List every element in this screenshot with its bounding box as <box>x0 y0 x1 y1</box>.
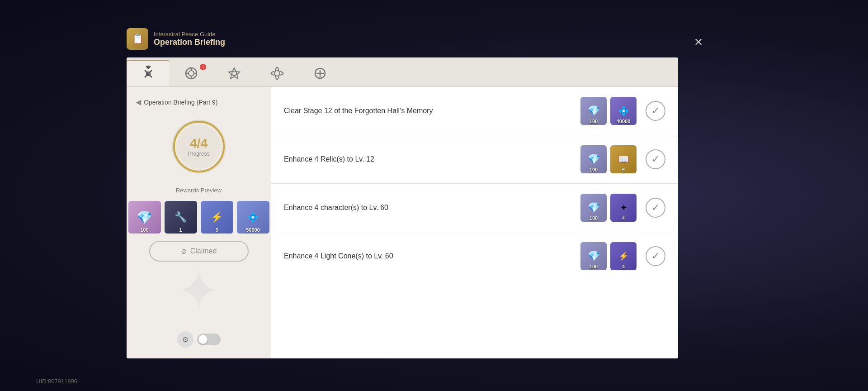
task-reward-4-1: 💎 100 <box>580 242 607 270</box>
task-reward-3-1: 💎 100 <box>580 194 607 222</box>
task-text-3: Enhance 4 character(s) to Lv. 60 <box>284 203 571 213</box>
panel-body: ◀ Operation Briefing (Part 9) <box>127 87 678 358</box>
task-text-2: Enhance 4 Relic(s) to Lv. 12 <box>284 154 571 164</box>
task-reward-2-2: 📖 6 <box>610 145 637 173</box>
task-reward-icon-1-2: 💠 <box>618 105 629 116</box>
tab-3[interactable] <box>212 60 255 86</box>
task-reward-icon-2-2: 📖 <box>618 154 629 165</box>
toggle-knob <box>198 335 208 344</box>
title-bar: 📋 Interastral Peace Guide Operation Brie… <box>127 28 225 50</box>
task-reward-2-1: 💎 100 <box>580 145 607 173</box>
tab-1[interactable] <box>127 60 170 86</box>
task-reward-icon-3-2: ✦ <box>620 203 627 213</box>
svg-point-11 <box>274 71 280 76</box>
task-reward-count-4-2: 4 <box>610 264 637 269</box>
task-check-4: ✓ <box>646 246 665 266</box>
progress-circle: 4/4 Progress <box>170 117 228 176</box>
task-reward-4-2: ⚡ 4 <box>610 242 637 270</box>
rewards-preview-label: Rewards Preview <box>176 187 222 194</box>
task-rewards-2: 💎 100 📖 6 <box>580 145 637 173</box>
toggle-switch[interactable] <box>197 334 221 345</box>
back-arrow-icon: ◀ <box>136 98 141 106</box>
reward-item-3: ⚡ 5 <box>201 201 233 234</box>
reward-count-4: 50000 <box>237 227 269 233</box>
task-reward-icon-3-1: 💎 <box>588 202 600 214</box>
toggle-icon: ⚙ <box>177 331 193 348</box>
task-reward-icon-2-1: 💎 <box>588 153 600 165</box>
tab-2[interactable]: 1 <box>170 60 212 86</box>
task-reward-icon-4-2: ⚡ <box>618 251 628 261</box>
task-check-3: ✓ <box>646 198 665 218</box>
claimed-button[interactable]: ⊘ Claimed <box>149 241 249 262</box>
task-reward-count-1-2: 40000 <box>610 119 637 124</box>
close-button[interactable]: × <box>687 30 710 53</box>
task-reward-count-4-1: 100 <box>580 264 607 269</box>
task-reward-count-1-1: 100 <box>580 119 607 124</box>
svg-rect-0 <box>146 66 151 69</box>
svg-point-5 <box>189 71 194 76</box>
sidebar: ◀ Operation Briefing (Part 9) <box>127 87 271 358</box>
task-reward-count-3-2: 4 <box>610 215 637 221</box>
claimed-label: Claimed <box>190 247 217 255</box>
tab-bar: 1 <box>127 57 678 87</box>
task-reward-count-2-1: 100 <box>580 167 607 172</box>
task-row-3: Enhance 4 character(s) to Lv. 60 💎 100 ✦… <box>271 184 678 232</box>
toggle-area: ⚙ <box>177 331 221 348</box>
task-check-2: ✓ <box>646 149 665 169</box>
reward-count-2: 1 <box>165 227 197 233</box>
reward-count-1: 100 <box>128 227 161 233</box>
section-title: Operation Briefing (Part 9) <box>144 99 217 106</box>
progress-fraction: 4/4 <box>190 136 208 151</box>
task-reward-icon-4-1: 💎 <box>588 250 600 262</box>
task-text-1: Clear Stage 12 of the Forgotten Hall's M… <box>284 106 571 116</box>
svg-point-10 <box>232 71 236 76</box>
reward-item-1: 💎 100 <box>128 201 161 234</box>
modal-container: 📋 Interastral Peace Guide Operation Brie… <box>181 28 687 363</box>
tab-4[interactable] <box>255 60 298 86</box>
app-title-top: Interastral Peace Guide <box>154 31 225 38</box>
task-row-2: Enhance 4 Relic(s) to Lv. 12 💎 100 📖 6 ✓ <box>271 135 678 184</box>
task-reward-1-1: 💎 100 <box>580 97 607 125</box>
reward-icon-3: ⚡ <box>211 211 223 223</box>
app-icon: 📋 <box>127 28 148 50</box>
back-nav[interactable]: ◀ Operation Briefing (Part 9) <box>136 98 217 106</box>
reward-item-2: 🔧 1 <box>165 201 197 234</box>
reward-item-4: 💠 50000 <box>237 201 269 234</box>
claimed-icon: ⊘ <box>181 247 187 256</box>
task-check-1: ✓ <box>646 101 665 121</box>
sidebar-decoration: ✦ <box>176 259 222 322</box>
main-panel: 1 <box>127 57 678 358</box>
task-reward-icon-1-1: 💎 <box>588 105 600 117</box>
tab-5[interactable] <box>298 60 341 86</box>
task-reward-3-2: ✦ 4 <box>610 194 637 222</box>
tab-2-badge: 1 <box>200 64 206 70</box>
task-list: Clear Stage 12 of the Forgotten Hall's M… <box>271 87 678 358</box>
task-reward-count-3-1: 100 <box>580 215 607 221</box>
reward-icon-1: 💎 <box>137 210 152 225</box>
task-rewards-1: 💎 100 💠 40000 <box>580 97 637 125</box>
task-reward-1-2: 💠 40000 <box>610 97 637 125</box>
reward-icon-4: 💠 <box>247 212 259 223</box>
reward-count-3: 5 <box>201 227 233 233</box>
task-row-4: Enhance 4 Light Cone(s) to Lv. 60 💎 100 … <box>271 232 678 280</box>
task-reward-count-2-2: 6 <box>610 167 637 172</box>
reward-icon-2: 🔧 <box>175 211 187 223</box>
task-text-4: Enhance 4 Light Cone(s) to Lv. 60 <box>284 251 571 261</box>
app-title-bottom: Operation Briefing <box>154 38 225 47</box>
uid-display: UID:807911896 <box>36 378 77 385</box>
progress-label: Progress <box>188 151 209 157</box>
task-row-1: Clear Stage 12 of the Forgotten Hall's M… <box>271 87 678 135</box>
task-rewards-3: 💎 100 ✦ 4 <box>580 194 637 222</box>
task-rewards-4: 💎 100 ⚡ 4 <box>580 242 637 270</box>
rewards-grid: 💎 100 🔧 1 ⚡ 5 💠 <box>128 201 269 234</box>
